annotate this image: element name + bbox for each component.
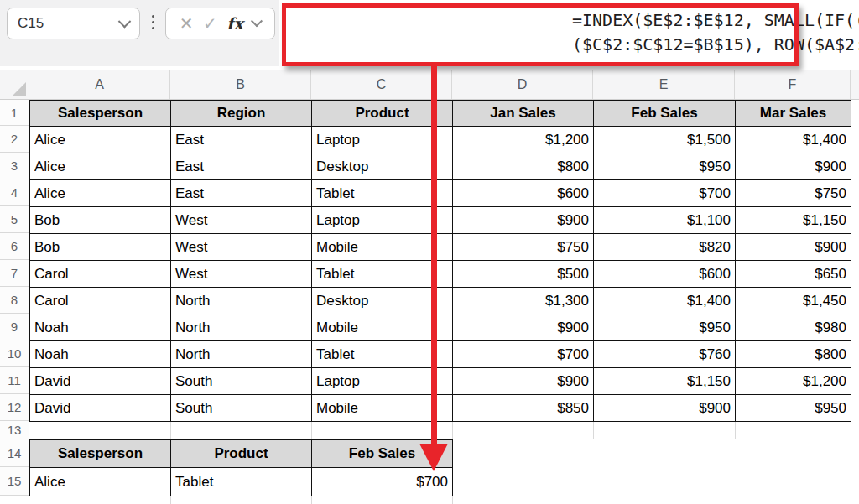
row-header-10[interactable]: 10: [0, 340, 29, 367]
cell-f8[interactable]: $1,450: [736, 288, 851, 314]
cell-a11[interactable]: David: [30, 368, 171, 395]
cell-e9[interactable]: $950: [594, 314, 736, 341]
cell-f9[interactable]: $980: [736, 314, 851, 341]
red-arrow-shaft: [431, 66, 437, 445]
cell-d11[interactable]: $900: [453, 368, 594, 395]
row-header-4[interactable]: 4: [0, 179, 29, 206]
cell-b4[interactable]: East: [171, 180, 312, 207]
cell-e12[interactable]: $900: [594, 395, 736, 422]
row-header-12[interactable]: 12: [0, 394, 29, 421]
cell-a10[interactable]: Noah: [30, 341, 171, 368]
column-header-b[interactable]: B: [170, 70, 311, 99]
cell-f6[interactable]: $900: [736, 234, 851, 261]
cell-d6[interactable]: $750: [453, 234, 594, 261]
cell-e10[interactable]: $760: [594, 341, 736, 368]
cell-d2[interactable]: $1,200: [453, 127, 594, 153]
cell-a6[interactable]: Bob: [30, 234, 171, 261]
column-header-d[interactable]: D: [452, 70, 593, 99]
cell-a4[interactable]: Alice: [30, 180, 171, 207]
cell-b10[interactable]: North: [171, 341, 312, 368]
insert-function-icon[interactable]: fx: [226, 14, 243, 33]
cell-f7[interactable]: $650: [736, 261, 851, 288]
cell-e7[interactable]: $600: [594, 261, 736, 288]
cell-b11[interactable]: South: [171, 368, 312, 395]
cell-d9[interactable]: $900: [453, 314, 594, 341]
cell-d4[interactable]: $600: [453, 180, 594, 207]
cell-b5[interactable]: West: [171, 207, 312, 234]
row-header-6[interactable]: 6: [0, 233, 29, 260]
cell-b12[interactable]: South: [171, 395, 312, 422]
select-all-corner[interactable]: [0, 70, 29, 100]
cell-c15[interactable]: $700: [312, 468, 453, 496]
cell-b3[interactable]: East: [171, 153, 312, 180]
formula-buttons-group: ✕ ✓ fx: [165, 8, 275, 39]
cell-b1[interactable]: Region: [171, 101, 312, 127]
row-header-3[interactable]: 3: [0, 153, 29, 179]
cell-e4[interactable]: $700: [594, 180, 736, 207]
cell-a9[interactable]: Noah: [30, 314, 171, 341]
cell-e8[interactable]: $1,400: [594, 288, 736, 314]
cell-d3[interactable]: $800: [453, 153, 594, 180]
cell-f4[interactable]: $750: [736, 180, 851, 207]
cell-a5[interactable]: Bob: [30, 207, 171, 234]
row-header-8[interactable]: 8: [0, 287, 29, 314]
cell-e1[interactable]: Feb Sales: [594, 101, 736, 127]
row-header-5[interactable]: 5: [0, 206, 29, 233]
cell-b7[interactable]: West: [171, 261, 312, 288]
formula-bar[interactable]: =INDEX($E$2:$E$12, SMALL(IF(($A$2:$A$12=…: [279, 0, 859, 66]
cell-a1[interactable]: Salesperson: [30, 101, 171, 127]
cell-f2[interactable]: $1,400: [736, 127, 851, 153]
cell-b2[interactable]: East: [171, 127, 312, 153]
name-box[interactable]: C15: [7, 8, 140, 39]
cell-f10[interactable]: $800: [736, 341, 851, 368]
cell-f5[interactable]: $1,150: [736, 207, 851, 234]
cell-a14[interactable]: Salesperson: [30, 440, 171, 468]
cell-a2[interactable]: Alice: [30, 127, 171, 153]
cell-f11[interactable]: $1,200: [736, 368, 851, 395]
row-header-11[interactable]: 11: [0, 367, 29, 394]
enter-icon[interactable]: ✓: [203, 13, 217, 34]
cell-f12[interactable]: $950: [736, 395, 851, 422]
row-header-1[interactable]: 1: [0, 100, 29, 126]
cell-a8[interactable]: Carol: [30, 288, 171, 314]
row-header-13[interactable]: 13: [0, 421, 29, 439]
table-row: David South Mobile $850 $900 $950: [30, 395, 851, 422]
gridline: [452, 421, 453, 439]
chevron-down-icon[interactable]: [118, 14, 132, 28]
chevron-down-icon[interactable]: [251, 15, 263, 27]
cell-d8[interactable]: $1,300: [453, 288, 594, 314]
spreadsheet-window: C15 ✕ ✓ fx =INDEX($E$2:$E$12, SMALL(IF((…: [0, 0, 859, 504]
column-header-e[interactable]: E: [593, 70, 735, 99]
cell-d1[interactable]: Jan Sales: [453, 101, 594, 127]
cell-a15[interactable]: Alice: [30, 468, 171, 496]
cell-e11[interactable]: $1,150: [594, 368, 736, 395]
cell-b15[interactable]: Tablet: [171, 468, 312, 496]
row-header-15[interactable]: 15: [0, 467, 29, 496]
column-header-a[interactable]: A: [29, 70, 170, 99]
cell-f1[interactable]: Mar Sales: [736, 101, 851, 127]
cell-b6[interactable]: West: [171, 234, 312, 261]
cell-e2[interactable]: $1,500: [594, 127, 736, 153]
cell-f3[interactable]: $900: [736, 153, 851, 180]
gridline: [735, 421, 736, 439]
cell-e5[interactable]: $1,100: [594, 207, 736, 234]
cell-e6[interactable]: $820: [594, 234, 736, 261]
row-header-14[interactable]: 14: [0, 439, 29, 467]
cell-a3[interactable]: Alice: [30, 153, 171, 180]
cell-b9[interactable]: North: [171, 314, 312, 341]
column-header-band: A B C D E F: [0, 70, 859, 100]
cell-a12[interactable]: David: [30, 395, 171, 422]
cell-d5[interactable]: $900: [453, 207, 594, 234]
cell-d12[interactable]: $850: [453, 395, 594, 422]
cell-d10[interactable]: $700: [453, 341, 594, 368]
row-header-7[interactable]: 7: [0, 260, 29, 287]
cell-b8[interactable]: North: [171, 288, 312, 314]
column-header-f[interactable]: F: [735, 70, 851, 99]
cell-d7[interactable]: $500: [453, 261, 594, 288]
row-header-9[interactable]: 9: [0, 314, 29, 340]
row-header-2[interactable]: 2: [0, 126, 29, 153]
cell-b14[interactable]: Product: [171, 440, 312, 468]
cell-a7[interactable]: Carol: [30, 261, 171, 288]
cell-e3[interactable]: $950: [594, 153, 736, 180]
cancel-icon[interactable]: ✕: [180, 13, 194, 34]
